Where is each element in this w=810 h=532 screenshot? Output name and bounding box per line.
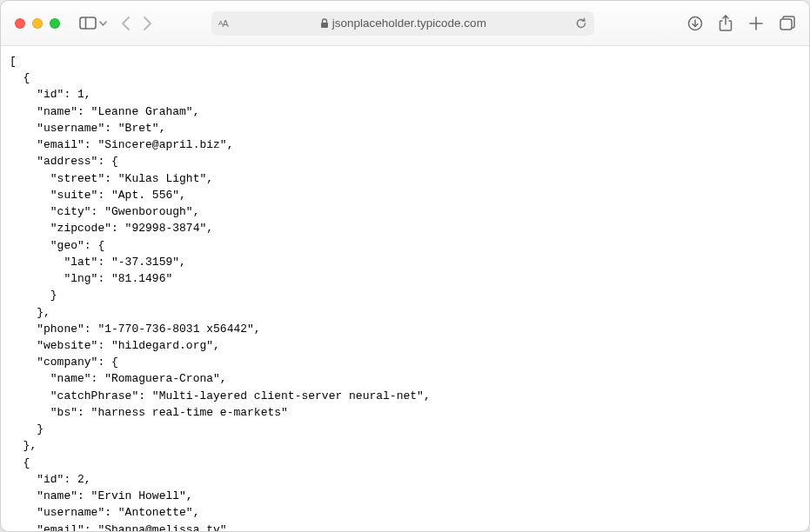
toolbar: A A jsonplaceholder.typicode.com [1,1,809,46]
site-settings-icon[interactable]: A A [218,18,231,29]
close-window-button[interactable] [15,18,25,29]
toolbar-right [687,15,795,32]
svg-text:A: A [223,18,230,29]
navigation-arrows [121,16,152,31]
minimize-window-button[interactable] [32,18,43,29]
svg-rect-0 [80,17,96,29]
address-text: jsonplaceholder.typicode.com [320,17,486,30]
sidebar-toggle[interactable] [79,17,107,30]
downloads-button[interactable] [687,15,703,32]
sidebar-icon [79,17,97,30]
forward-button[interactable] [143,16,152,31]
address-bar[interactable]: A A jsonplaceholder.typicode.com [211,11,594,36]
tab-overview-button[interactable] [780,15,795,32]
svg-rect-4 [321,23,328,28]
svg-rect-10 [780,19,792,30]
chevron-down-icon [99,21,107,26]
browser-window: A A jsonplaceholder.typicode.com [0,0,810,532]
json-response-body: [ { "id": 1, "name": "Leanne Graham", "u… [10,53,800,531]
back-button[interactable] [121,16,131,31]
lock-icon [320,18,329,29]
page-content[interactable]: [ { "id": 1, "name": "Leanne Graham", "u… [1,46,809,531]
window-controls [15,18,60,29]
new-tab-button[interactable] [748,15,764,32]
share-button[interactable] [719,15,733,32]
reload-button[interactable] [575,17,587,30]
maximize-window-button[interactable] [50,18,60,29]
url-text: jsonplaceholder.typicode.com [332,17,486,30]
